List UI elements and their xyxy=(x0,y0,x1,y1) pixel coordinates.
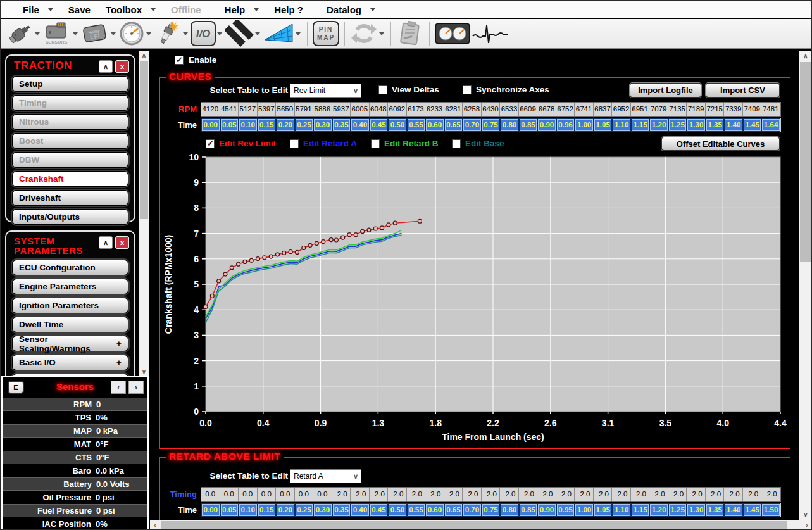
view-deltas-checkbox[interactable] xyxy=(378,85,387,94)
table-cell[interactable]: 5650 xyxy=(276,103,295,116)
table-cell[interactable]: 1.50 xyxy=(762,504,780,516)
table-cell[interactable]: 1.45 xyxy=(744,119,761,131)
system-button-sensor-scaling-warnings[interactable]: Sensor Scaling/Warnings+ xyxy=(12,336,128,351)
close-panel-icon[interactable]: x xyxy=(115,60,129,73)
table-cell[interactable]: -2.0 xyxy=(575,488,594,501)
table-cell[interactable]: 0.85 xyxy=(520,504,537,516)
table-cell[interactable]: 0.40 xyxy=(351,119,369,131)
spark-plug-icon[interactable] xyxy=(154,20,182,47)
table-cell[interactable]: -2.0 xyxy=(668,488,687,501)
offset-editable-curves-button[interactable]: Offset Editable Curves xyxy=(661,137,780,151)
table-cell[interactable]: 6609 xyxy=(519,103,538,116)
scrollbar-thumb[interactable] xyxy=(161,521,787,530)
retard-table-select[interactable]: Retard A ∨ xyxy=(290,469,361,483)
table-cell[interactable]: 0.30 xyxy=(314,504,332,516)
table-cell[interactable]: 0.65 xyxy=(445,119,463,131)
table-cell[interactable]: 0.60 xyxy=(426,504,444,516)
chevron-down-icon[interactable] xyxy=(217,32,222,35)
table-cell[interactable]: 7189 xyxy=(687,103,706,116)
table-cell[interactable]: 0.85 xyxy=(520,119,537,131)
table-cell[interactable]: 6281 xyxy=(444,103,463,116)
table-cell[interactable]: 0.25 xyxy=(296,504,313,516)
table-cell[interactable]: -2.0 xyxy=(407,488,426,501)
table-cell[interactable]: -2.0 xyxy=(594,488,613,501)
table-cell[interactable]: 0.0 xyxy=(313,488,332,501)
table-cell[interactable]: -2.0 xyxy=(519,488,538,501)
table-cell[interactable]: 0.45 xyxy=(370,504,388,516)
table-cell[interactable]: 1.20 xyxy=(650,119,668,131)
table-cell[interactable]: 0.10 xyxy=(239,504,257,516)
table-cell[interactable]: 1.00 xyxy=(575,119,593,131)
table-cell[interactable]: 7481 xyxy=(761,103,780,116)
table-cell[interactable]: 6678 xyxy=(537,103,556,116)
table-cell[interactable]: 0.0 xyxy=(276,488,295,501)
table-cell[interactable]: 1.40 xyxy=(725,119,742,131)
system-button-ecu-configuration[interactable]: ECU Configuration xyxy=(12,260,128,275)
table-cell[interactable]: 0.75 xyxy=(482,504,500,516)
import-csv-button[interactable]: Import CSV xyxy=(706,83,780,98)
table-select[interactable]: Rev Limit ∨ xyxy=(290,84,361,98)
scroll-down-icon[interactable]: ∨ xyxy=(799,511,812,518)
table-cell[interactable]: 1.25 xyxy=(669,119,687,131)
menu-file[interactable]: File xyxy=(15,1,61,18)
table-cell[interactable]: -2.0 xyxy=(370,488,389,501)
table-cell[interactable]: 6092 xyxy=(388,103,407,116)
chevron-down-icon[interactable] xyxy=(35,32,40,35)
table-cell[interactable]: -2.0 xyxy=(724,488,743,501)
system-button-ignition-parameters[interactable]: Ignition Parameters xyxy=(12,298,128,313)
table-cell[interactable]: 0.60 xyxy=(426,119,444,131)
table-cell[interactable]: 1.64 xyxy=(762,119,780,131)
system-button-basic-i-o[interactable]: Basic I/O+ xyxy=(12,355,128,370)
table-cell[interactable]: -2.0 xyxy=(500,488,519,501)
table-cell[interactable]: -2.0 xyxy=(537,488,556,501)
chevron-down-icon[interactable] xyxy=(379,32,384,35)
menu-toolbox[interactable]: Toolbox xyxy=(98,1,163,18)
table-cell[interactable]: -2.0 xyxy=(444,488,463,501)
table-cell[interactable]: 5791 xyxy=(295,103,314,116)
traction-stripes-icon[interactable] xyxy=(225,20,254,47)
table-cell[interactable]: 0.96 xyxy=(557,119,575,131)
table-cell[interactable]: 0.25 xyxy=(296,119,313,131)
table-cell[interactable]: -2.0 xyxy=(706,488,725,501)
chevron-down-icon[interactable] xyxy=(255,32,260,35)
table-cell[interactable]: 4541 xyxy=(220,103,239,116)
table-cell[interactable]: -2.0 xyxy=(556,488,575,501)
table-cell[interactable]: 7079 xyxy=(649,103,668,116)
table-cell[interactable]: 5127 xyxy=(239,103,258,116)
table-cell[interactable]: 0.55 xyxy=(408,119,425,131)
table-cell[interactable]: 0.15 xyxy=(258,504,276,516)
gauge-icon[interactable] xyxy=(118,20,145,47)
pin-map-icon[interactable]: PINMAP xyxy=(313,20,339,47)
table-cell[interactable]: 0.30 xyxy=(314,119,332,131)
edit-base-checkbox[interactable] xyxy=(452,139,461,148)
close-panel-icon[interactable]: x xyxy=(115,236,129,249)
waveform-icon[interactable] xyxy=(472,20,509,47)
table-cell[interactable]: 6752 xyxy=(556,103,575,116)
menu-datalog[interactable]: Datalog xyxy=(319,1,383,18)
table-cell[interactable]: 0.70 xyxy=(463,119,481,131)
table-cell[interactable]: 6005 xyxy=(351,103,370,116)
table-cell[interactable]: 0.05 xyxy=(221,504,239,516)
table-cell[interactable]: 0.35 xyxy=(333,504,351,516)
table-cell[interactable]: 6258 xyxy=(463,103,482,116)
traction-button-setup[interactable]: Setup xyxy=(12,76,128,92)
table-cell[interactable]: 0.15 xyxy=(258,119,276,131)
table-cell[interactable]: -2.0 xyxy=(612,488,631,501)
table-cell[interactable]: 0.00 xyxy=(202,504,220,516)
table-cell[interactable]: 0.0 xyxy=(220,488,239,501)
table-cell[interactable]: 0.05 xyxy=(221,119,239,131)
menu-save[interactable]: Save xyxy=(61,1,98,18)
table-cell[interactable]: 1.15 xyxy=(632,119,649,131)
scrollbar-thumb[interactable] xyxy=(800,62,811,262)
table-cell[interactable]: 0.0 xyxy=(201,488,220,501)
table-cell[interactable]: 0.35 xyxy=(333,119,351,131)
table-cell[interactable]: 6951 xyxy=(631,103,650,116)
table-cell[interactable]: 0.50 xyxy=(389,119,406,131)
table-cell[interactable]: 1.35 xyxy=(706,119,724,131)
table-cell[interactable]: 7339 xyxy=(724,103,743,116)
table-cell[interactable]: 1.35 xyxy=(706,504,724,516)
scroll-right-icon[interactable]: › xyxy=(802,520,812,530)
enable-checkbox[interactable]: ✓ xyxy=(175,56,184,65)
table-cell[interactable]: 0.0 xyxy=(295,488,314,501)
table-cell[interactable]: 6837 xyxy=(594,103,613,116)
